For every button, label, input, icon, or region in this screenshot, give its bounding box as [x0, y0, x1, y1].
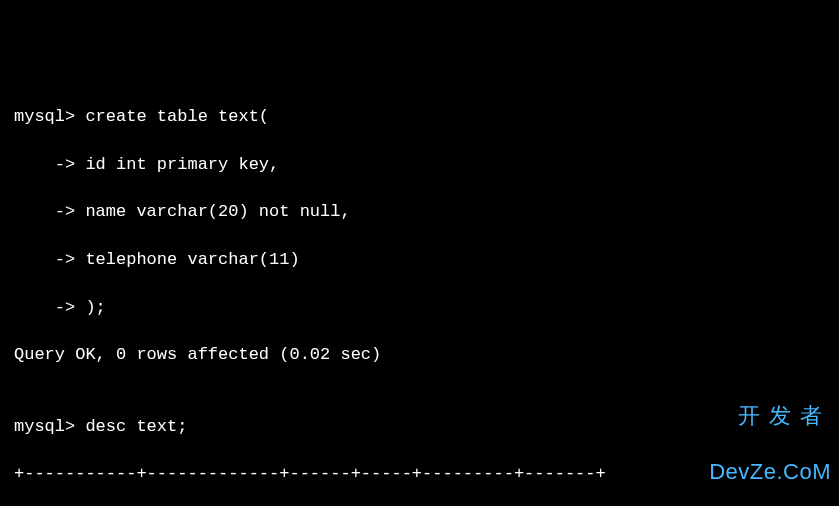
sql-line-create: mysql> create table text(	[14, 105, 825, 129]
sql-line-close: -> );	[14, 296, 825, 320]
sql-line-name: -> name varchar(20) not null,	[14, 200, 825, 224]
query-ok-status: Query OK, 0 rows affected (0.02 sec)	[14, 343, 825, 367]
sql-line-telephone: -> telephone varchar(11)	[14, 248, 825, 272]
table-border-top: +-----------+-------------+------+-----+…	[14, 462, 825, 486]
sql-line-desc: mysql> desc text;	[14, 415, 825, 439]
sql-line-id: -> id int primary key,	[14, 153, 825, 177]
